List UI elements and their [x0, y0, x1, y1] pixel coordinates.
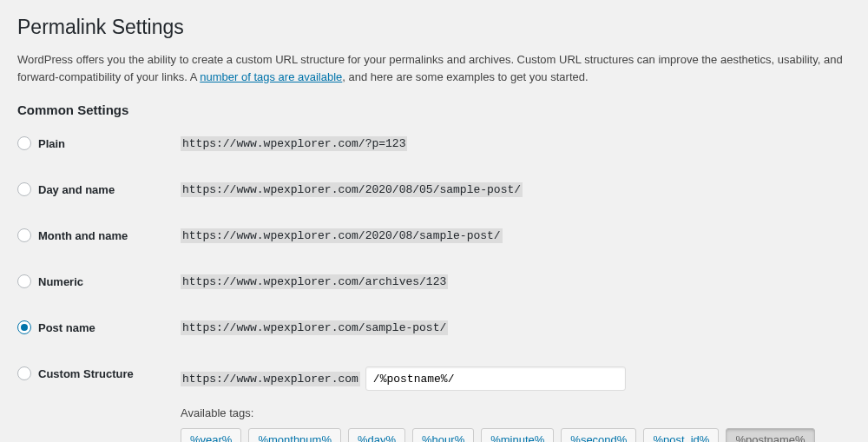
label-month-name: Month and name — [38, 229, 128, 242]
tag-hour[interactable]: %hour% — [412, 428, 474, 442]
radio-numeric[interactable] — [17, 274, 31, 288]
page-title: Permalink Settings — [17, 16, 851, 39]
tags-available-link[interactable]: number of tags are available — [200, 70, 342, 83]
option-plain[interactable]: Plain — [17, 136, 181, 150]
example-month-name: https://www.wpexplorer.com/2020/08/sampl… — [181, 228, 503, 243]
option-month-name[interactable]: Month and name — [17, 228, 181, 242]
example-post-name: https://www.wpexplorer.com/sample-post/ — [181, 320, 448, 335]
page-description: WordPress offers you the ability to crea… — [17, 51, 851, 85]
tag-second[interactable]: %second% — [561, 428, 636, 442]
label-post-name: Post name — [38, 321, 95, 334]
radio-month-name[interactable] — [17, 228, 31, 242]
tag-day[interactable]: %day% — [348, 428, 405, 442]
example-plain: https://www.wpexplorer.com/?p=123 — [181, 136, 407, 151]
custom-base-url: https://www.wpexplorer.com — [181, 372, 360, 386]
available-tags-row: %year% %monthnum% %day% %hour% %minute% … — [181, 428, 851, 442]
label-day-name: Day and name — [38, 183, 115, 196]
tag-year[interactable]: %year% — [181, 428, 241, 442]
option-post-name[interactable]: Post name — [17, 320, 181, 334]
radio-post-name[interactable] — [17, 320, 31, 334]
example-day-name: https://www.wpexplorer.com/2020/08/05/sa… — [181, 182, 523, 197]
tag-minute[interactable]: %minute% — [481, 428, 554, 442]
option-custom[interactable]: Custom Structure — [17, 366, 181, 380]
label-numeric: Numeric — [38, 275, 83, 288]
option-numeric[interactable]: Numeric — [17, 274, 181, 288]
option-day-name[interactable]: Day and name — [17, 182, 181, 196]
label-custom: Custom Structure — [38, 367, 134, 380]
tag-post-id[interactable]: %post_id% — [643, 428, 719, 442]
example-numeric: https://www.wpexplorer.com/archives/123 — [181, 274, 448, 289]
description-text-post: , and here are some examples to get you … — [342, 70, 588, 83]
radio-day-name[interactable] — [17, 182, 31, 196]
tag-postname[interactable]: %postname% — [726, 428, 814, 442]
label-plain: Plain — [38, 137, 65, 150]
tag-monthnum[interactable]: %monthnum% — [248, 428, 341, 442]
section-heading-common: Common Settings — [17, 102, 851, 117]
available-tags-label: Available tags: — [181, 406, 851, 419]
custom-structure-input[interactable] — [365, 366, 626, 391]
radio-plain[interactable] — [17, 136, 31, 150]
radio-custom[interactable] — [17, 366, 31, 380]
